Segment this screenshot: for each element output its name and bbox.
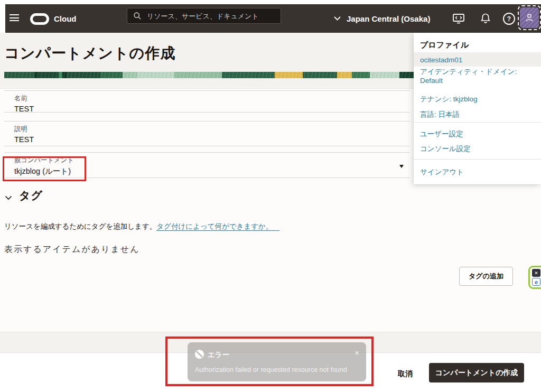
cloud-shell-button[interactable] [452,12,465,25]
profile-button[interactable] [518,5,541,30]
field-label: 名前 [14,94,410,103]
extension-close-icon[interactable]: ✕ [532,269,540,277]
description-field[interactable]: 説明 TEST [4,121,410,146]
region-selector[interactable]: Japan Central (Osaka) [334,4,430,33]
console-settings-link[interactable]: コンソール設定 [420,144,471,154]
global-search[interactable] [127,8,281,24]
sign-out-link[interactable]: サインアウト [420,167,464,177]
parent-compartment-select[interactable]: 親コンパートメント tkjzblog (ルート) [4,152,410,178]
help-button[interactable]: ? [502,12,516,25]
tags-empty-message: 表示するアイテムがありません [4,244,140,255]
region-label: Japan Central (Osaka) [347,14,430,23]
toast-message: Authorization failed or requested resour… [195,366,347,374]
cancel-button[interactable]: 取消 [391,367,419,381]
profile-username-row[interactable]: ocitestadm01 [414,52,541,67]
name-field[interactable]: 名前 TEST [4,90,410,113]
error-icon [194,349,204,359]
browser-extension-widget: ✕ e [528,266,541,289]
bell-icon [480,13,491,25]
create-compartment-button[interactable]: コンパートメントの作成 [429,363,524,382]
field-value: TEST [14,135,410,144]
profile-heading: プロファイル [420,40,469,50]
cloud-shell-icon [452,13,465,25]
help-icon: ? [503,13,515,25]
extension-e-icon[interactable]: e [532,278,540,286]
oci-console-page: { "colors": { "header_bg": "#38332e", "a… [0,0,541,392]
field-label: 説明 [14,125,410,134]
toast-title: エラー [208,350,229,360]
tags-description: リソースを編成するためにタグを追加します。タグ付けによって何ができますか。 [4,222,279,231]
oracle-logo[interactable] [30,13,49,25]
field-value: TEST [14,105,410,113]
chevron-down-icon [5,195,12,200]
field-value: tkjzblog (ルート) [14,166,410,176]
field-label: 親コンパートメント [14,156,410,165]
page-title: コンパートメントの作成 [4,43,175,63]
search-icon [133,12,142,20]
error-toast: エラー × Authorization failed or requested … [188,342,366,381]
user-settings-link[interactable]: ユーザー設定 [420,129,463,139]
person-icon [525,13,534,23]
top-header-bar: Cloud Japan Central (Osaka) ? [5,4,541,33]
menu-divider [414,122,541,123]
chevron-down-icon [334,16,341,21]
identity-domain-link[interactable]: アイデンティティ・ドメイン: Default [420,68,535,85]
profile-username-link[interactable]: ocitestadm01 [420,56,462,64]
add-tag-button[interactable]: タグの追加 [459,267,513,286]
tags-section-toggle[interactable] [5,193,12,202]
avatar [520,7,539,28]
search-input[interactable] [146,12,275,21]
profile-menu: プロファイル ocitestadm01 アイデンティティ・ドメイン: Defau… [414,33,541,184]
tags-heading: タグ [19,188,43,203]
tenancy-link[interactable]: テナンシ: tkjzblog [420,95,478,104]
dropdown-caret-icon[interactable] [399,165,404,168]
menu-divider [414,159,541,160]
tagging-help-link[interactable]: タグ付けによって何ができますか。 [156,222,279,231]
notifications-button[interactable] [479,12,492,25]
tags-description-text: リソースを編成するためにタグを追加します。 [4,222,156,230]
brand-label: Cloud [54,14,77,23]
toast-close-button[interactable]: × [355,348,359,357]
language-link[interactable]: 言語: 日本語 [420,110,460,119]
hamburger-menu-icon[interactable] [10,14,19,23]
